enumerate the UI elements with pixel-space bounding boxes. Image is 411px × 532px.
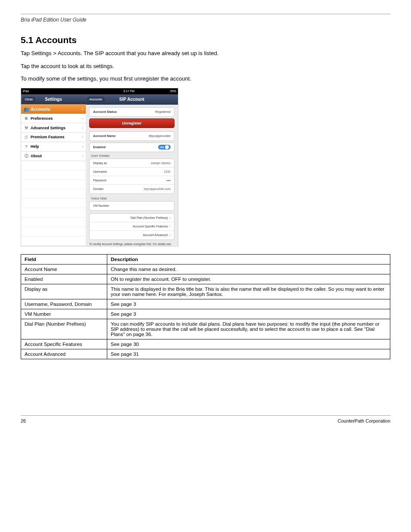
fields-table: Field Description Account NameChange thi…	[21, 254, 390, 359]
chevron-right-icon: ›	[82, 144, 83, 149]
intro-paragraph-1: Tap Settings > Accounts. The SIP account…	[21, 50, 390, 57]
settings-title: Settings	[21, 97, 86, 102]
account-features-link[interactable]: Account Specific Features›	[90, 222, 174, 231]
sidebar-item-advanced[interactable]: ⚒Advanced Settings›	[21, 123, 86, 133]
table-row: VM NumberSee page 3	[21, 309, 390, 319]
chevron-right-icon: ›	[170, 216, 171, 219]
chevron-right-icon: ›	[170, 233, 171, 236]
chevron-right-icon: ›	[82, 154, 83, 158]
table-row: Account AdvancedSee page 31	[21, 349, 390, 359]
advanced-icon: ⚒	[24, 126, 29, 130]
table-row: Dial Plan (Number Prefixes)You can modif…	[21, 319, 390, 339]
enabled-toggle[interactable]: ON	[158, 145, 171, 149]
help-icon: ?	[24, 144, 29, 149]
display-as-row[interactable]: Display asJoseph Santos	[90, 159, 174, 168]
table-row: Account NameChange this name as desired.	[21, 264, 390, 274]
voice-mail-group: VM Number	[89, 201, 174, 211]
table-row: Username, Password, DomainSee page 3	[21, 299, 390, 309]
table-row: EnabledON to register the account. OFF t…	[21, 274, 390, 284]
chevron-right-icon: ›	[82, 126, 83, 130]
domain-row[interactable]: Domainmyvoipprovider.com	[90, 185, 174, 193]
intro-paragraph-2: Tap the account to look at its settings.	[21, 62, 390, 70]
table-row: Account Specific FeaturesSee page 30	[21, 339, 390, 349]
running-header: Bria iPad Edition User Guide	[21, 17, 390, 23]
vm-number-row[interactable]: VM Number	[90, 202, 174, 210]
screenshot-ipad-settings: iPad Close Settings 👥Accounts › ⚙Prefere…	[21, 88, 178, 246]
username-row[interactable]: Username1331	[90, 168, 174, 176]
chevron-right-icon: ›	[82, 116, 83, 121]
preferences-icon: ⚙	[24, 116, 29, 121]
sip-account-title: SIP Account	[86, 97, 178, 102]
links-group: Dial Plan (Number Prefixes)› Account Spe…	[89, 213, 174, 240]
th-description: Description	[107, 254, 390, 264]
account-status-row: Account Status Registered	[89, 107, 174, 117]
password-row[interactable]: Password••••	[90, 176, 174, 185]
sidebar-item-accounts[interactable]: 👥Accounts ›	[21, 104, 86, 114]
account-advanced-link[interactable]: Account Advanced›	[90, 231, 174, 240]
accounts-icon: 👥	[24, 107, 29, 112]
table-row: Display asThis name is displayed in the …	[21, 284, 390, 299]
user-details-group: Display asJoseph Santos Username1331 Pas…	[89, 159, 174, 194]
status-device: iPad	[23, 90, 29, 93]
unregister-button[interactable]: Unregister	[89, 118, 174, 128]
sidebar-item-about[interactable]: ⓘAbout›	[21, 152, 86, 161]
sidebar-item-premium[interactable]: 🛒Premium Features›	[21, 133, 86, 142]
about-icon: ⓘ	[24, 153, 29, 159]
chevron-right-icon: ›	[82, 107, 83, 112]
sidebar-item-preferences[interactable]: ⚙Preferences›	[21, 114, 86, 123]
dial-plan-link[interactable]: Dial Plan (Number Prefixes)›	[90, 214, 174, 222]
enabled-row[interactable]: Enabled ON	[89, 143, 174, 152]
chevron-right-icon: ›	[170, 225, 171, 228]
voice-mail-label: Voice Mail	[91, 196, 174, 200]
sidebar-item-help[interactable]: ?Help›	[21, 142, 86, 152]
premium-icon: 🛒	[24, 135, 29, 139]
chevron-right-icon: ›	[82, 135, 83, 139]
modify-footnote: To modify Account Settings, please unreg…	[89, 243, 174, 246]
status-time: 3:17 PM	[123, 90, 134, 93]
th-field: Field	[21, 254, 107, 264]
user-details-label: User Details	[91, 154, 174, 158]
intro-paragraph-3: To modify some of the settings, you must…	[21, 75, 390, 83]
footer-company: CounterPath Corporation	[338, 418, 390, 423]
status-battery: 95%	[170, 90, 176, 93]
account-name-row[interactable]: Account Name Myvoipprovider	[89, 131, 174, 141]
page-number: 26	[21, 418, 26, 423]
section-heading: 5.1 Accounts	[21, 35, 390, 45]
